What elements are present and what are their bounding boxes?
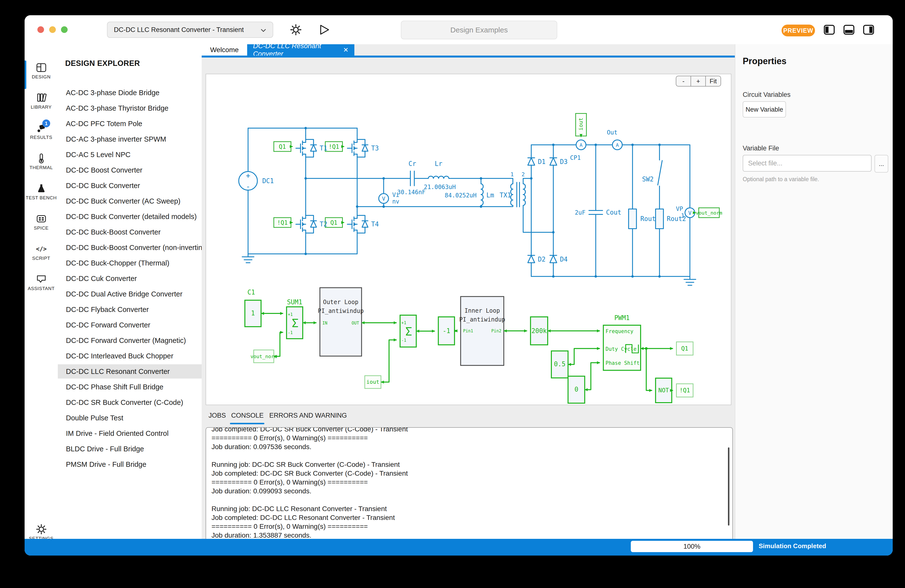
design-icon (36, 62, 47, 73)
window-close-button[interactable] (37, 26, 44, 33)
winding-1: 1 (511, 171, 514, 178)
design-examples-button[interactable]: Design Examples (401, 21, 557, 39)
dc-plus: + (246, 171, 250, 180)
diode-d1[interactable] (528, 155, 535, 168)
q1-output-label: Q1 (681, 345, 688, 352)
sidebar-item-thermal[interactable]: THERMAL (25, 153, 58, 170)
explorer-item[interactable]: DC-DC SR Buck Converter (C-Code) (58, 395, 202, 409)
circuit-variables-label: Circuit Variables (743, 91, 791, 98)
explorer-item[interactable]: DC-DC Buck Converter (detailed models) (58, 209, 202, 224)
sidebar-item-test-bench[interactable]: TEST BENCH (25, 183, 58, 201)
variable-file-input[interactable] (743, 155, 872, 171)
t1-label: T1 (320, 144, 327, 152)
sw2-label: SW2 (642, 176, 654, 183)
explorer-item[interactable]: DC-DC Buck-Boost Converter (non-invertin… (58, 241, 202, 255)
mosfet-t4[interactable] (347, 211, 368, 237)
mosfet-t2[interactable] (296, 211, 316, 237)
sidebar-item-results[interactable]: 1 RESULTS (25, 122, 58, 140)
toggle-left-panel-icon[interactable] (823, 25, 835, 35)
active-tab-strip (202, 55, 759, 57)
tab-welcome[interactable]: Welcome (202, 44, 247, 55)
explorer-item[interactable]: DC-DC Interleaved Buck Chopper (58, 349, 202, 363)
pwm-frequency-port: Frequency (605, 328, 633, 334)
inductor-lm[interactable] (481, 184, 483, 206)
console-line: Job duration: 0.099093 seconds. (211, 487, 727, 496)
settings-gear-icon[interactable] (290, 24, 302, 36)
sidebar-item-script[interactable]: </> SCRIPT (25, 243, 58, 261)
explorer-item[interactable]: DC-DC Forward Converter (Magnetic) (58, 333, 202, 347)
activity-rail: DESIGN LIBRARY 1 RESULTS (25, 44, 58, 539)
browse-file-button[interactable]: ... (875, 155, 888, 173)
diode-d4[interactable] (550, 253, 557, 266)
explorer-item[interactable]: DC-DC Phase Shift Full Bridge (58, 380, 202, 394)
resistor-rout[interactable] (629, 209, 637, 228)
svg-text:</>: </> (36, 246, 46, 252)
gate-t4-label: Q1 (330, 219, 337, 226)
explorer-item[interactable]: BLDC Drive - Full Bridge (58, 442, 202, 456)
winding-2: 2 (522, 171, 525, 178)
window-zoom-button[interactable] (61, 26, 68, 33)
explorer-item[interactable]: DC-DC Boost Converter (58, 163, 202, 177)
gate-t2-label: !Q1 (277, 219, 288, 226)
resistor-rout2[interactable] (656, 209, 664, 228)
run-simulation-icon[interactable] (319, 24, 330, 35)
simulation-target-dropdown[interactable]: DC-DC LLC Resonant Converter - Transient (107, 22, 273, 38)
explorer-item[interactable]: PMSM Drive - Full Bridge (58, 457, 202, 471)
toggle-bottom-panel-icon[interactable] (843, 25, 855, 35)
design-examples-label: Design Examples (450, 26, 508, 34)
explorer-item[interactable]: DC-DC Buck Converter (58, 179, 202, 193)
tab-console[interactable]: CONSOLE (231, 412, 264, 419)
zoom-controls: - + Fit (676, 76, 721, 87)
tab-jobs[interactable]: JOBS (208, 412, 226, 419)
mosfet-t1[interactable] (296, 135, 316, 161)
lm-value: 84.0252uH (445, 192, 476, 199)
diode-d2[interactable] (528, 253, 535, 266)
explorer-item[interactable]: DC-DC Flyback Converter (58, 302, 202, 317)
sidebar-item-design[interactable]: DESIGN (25, 62, 58, 80)
explorer-item[interactable]: DC-DC Buck-Chopper (Thermal) (58, 256, 202, 270)
inner-loop-title-2: PI_antiwindup (459, 316, 505, 323)
zoom-out-button[interactable]: - (676, 76, 691, 86)
console-scrollbar[interactable] (728, 447, 729, 526)
tx1-secondary[interactable] (523, 184, 525, 206)
vp-meter-glyph: V (688, 210, 692, 216)
explorer-item[interactable]: AC-DC 3-phase Diode Bridge (58, 86, 202, 100)
sidebar-item-assistant[interactable]: ASSISTANT (25, 274, 58, 291)
sidebar-item-spice[interactable]: SPICE (25, 213, 58, 231)
inductor-lr[interactable] (428, 176, 449, 179)
explorer-item[interactable]: DC-AC 5 Level NPC (58, 147, 202, 162)
explorer-item[interactable]: DC-DC Cuk Converter (58, 271, 202, 286)
explorer-item[interactable]: AC-DC 3-phase Thyristor Bridge (58, 101, 202, 115)
cp1-meter-glyph: A (580, 142, 583, 148)
explorer-item[interactable]: AC-DC PFC Totem Pole (58, 117, 202, 131)
schematic-canvas[interactable]: + - DC1 T1 T3 T2 T4 Cr 30.146nF Lr 21.00… (206, 74, 731, 405)
explorer-item[interactable]: DC-DC Dual Active Bridge Converter (58, 287, 202, 301)
explorer-item[interactable]: DC-AC 3-phase inverter SPWM (58, 132, 202, 146)
console-tab-underline (230, 423, 264, 424)
mosfet-t3[interactable] (347, 135, 368, 161)
d1-label: D1 (538, 158, 545, 165)
toggle-right-panel-icon[interactable] (863, 25, 875, 35)
inner-pin1: Pin1 (463, 328, 473, 333)
zoom-fit-button[interactable]: Fit (706, 76, 721, 86)
explorer-item[interactable]: Double Pulse Test (58, 411, 202, 425)
explorer-item[interactable]: DC-DC Forward Converter (58, 318, 202, 332)
console-output[interactable]: Job completed: DC-DC SR Buck Converter (… (206, 427, 733, 553)
tab-llc-resonant-converter[interactable]: DC-DC LLC Resonant Converter ✕ (247, 44, 354, 55)
sidebar-item-library[interactable]: LIBRARY (25, 92, 58, 110)
new-variable-button[interactable]: New Variable (743, 101, 786, 117)
explorer-item[interactable]: DC-DC Buck-Boost Converter (58, 225, 202, 239)
zoom-in-button[interactable]: + (691, 76, 706, 86)
explorer-item-selected[interactable]: DC-DC LLC Resonant Converter (58, 364, 202, 379)
gear-icon (36, 524, 47, 535)
window-minimize-button[interactable] (49, 26, 56, 33)
explorer-item[interactable]: IM Drive - Field Oriented Control (58, 426, 202, 441)
cr-value: 30.146nF (397, 189, 426, 196)
console-line: Job duration: 0.097536 seconds. (211, 442, 727, 451)
const-0p5-label: 0.5 (554, 360, 565, 368)
simulation-status-text: Simulation Completed (759, 542, 826, 550)
explorer-item[interactable]: DC-DC Buck Converter (AC Sweep) (58, 194, 202, 208)
tab-close-icon[interactable]: ✕ (343, 46, 348, 54)
tab-errors-warnings[interactable]: ERRORS AND WARNING (269, 412, 347, 419)
diode-d3[interactable] (550, 155, 557, 168)
